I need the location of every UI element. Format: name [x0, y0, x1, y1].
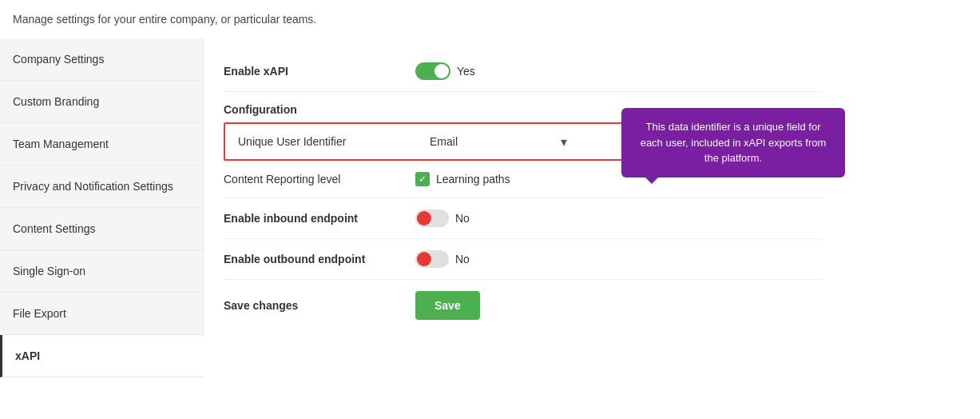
- outbound-toggle[interactable]: [415, 250, 449, 268]
- enable-inbound-row: Enable inbound endpoint No: [224, 198, 823, 239]
- settings-table: Enable xAPI Yes Configuration Uniqu: [224, 51, 823, 331]
- save-changes-label: Save changes: [224, 299, 415, 312]
- tooltip-text: This data identifier is a unique field f…: [641, 121, 827, 164]
- sidebar-item-label: Privacy and Notification Settings: [13, 180, 173, 193]
- sidebar-item-label: File Export: [13, 307, 66, 320]
- save-changes-value: Save: [415, 291, 823, 320]
- sidebar-item-label: xAPI: [15, 349, 40, 362]
- outbound-toggle-knob: [417, 252, 431, 266]
- enable-xapi-label: Enable xAPI: [224, 65, 415, 78]
- sidebar-item-label: Team Management: [13, 138, 109, 150]
- page-wrapper: Manage settings for your entire company,…: [0, 0, 980, 419]
- identifier-dropdown-value: Email: [430, 135, 557, 148]
- save-changes-row: Save changes Save: [224, 280, 823, 331]
- sidebar-item-team-management[interactable]: Team Management: [0, 123, 204, 166]
- learning-paths-container: ✓ Learning paths: [415, 172, 510, 186]
- enable-outbound-row: Enable outbound endpoint No: [224, 239, 823, 280]
- xapi-toggle[interactable]: [415, 62, 450, 80]
- enable-outbound-value: No: [415, 250, 823, 268]
- enable-inbound-value: No: [415, 210, 823, 227]
- main-layout: Company Settings Custom Branding Team Ma…: [0, 38, 980, 419]
- sidebar-item-label: Custom Branding: [13, 95, 99, 108]
- page-description: Manage settings for your entire company,…: [0, 13, 980, 38]
- inbound-toggle[interactable]: [415, 210, 449, 227]
- learning-paths-label: Learning paths: [436, 173, 510, 186]
- enable-outbound-label: Enable outbound endpoint: [224, 253, 415, 265]
- enable-inbound-label: Enable inbound endpoint: [224, 212, 415, 225]
- sidebar-item-label: Company Settings: [13, 53, 104, 66]
- sidebar-item-custom-branding[interactable]: Custom Branding: [0, 81, 204, 123]
- inbound-toggle-knob: [417, 211, 431, 225]
- content-area: Enable xAPI Yes Configuration Uniqu: [204, 38, 980, 419]
- inbound-toggle-container: No: [415, 210, 470, 227]
- unique-user-identifier-row: Unique User Identifier Email ▾ i This da…: [224, 122, 823, 161]
- tooltip-box: This data identifier is a unique field f…: [621, 108, 845, 178]
- learning-paths-checkbox[interactable]: ✓: [415, 172, 430, 186]
- enable-xapi-row: Enable xAPI Yes: [224, 51, 823, 92]
- sidebar: Company Settings Custom Branding Team Ma…: [0, 38, 204, 419]
- checkmark-icon: ✓: [419, 174, 427, 185]
- save-button[interactable]: Save: [415, 291, 480, 320]
- enable-xapi-value: Yes: [415, 62, 823, 80]
- xapi-toggle-label: Yes: [457, 65, 475, 78]
- sidebar-item-content-settings[interactable]: Content Settings: [0, 208, 204, 250]
- sidebar-item-label: Single Sign-on: [13, 265, 85, 277]
- sidebar-item-company-settings[interactable]: Company Settings: [0, 38, 204, 81]
- xapi-toggle-container: Yes: [415, 62, 475, 80]
- inbound-toggle-label: No: [455, 212, 470, 225]
- sidebar-item-label: Content Settings: [13, 222, 96, 235]
- chevron-down-icon: ▾: [561, 134, 567, 150]
- outbound-toggle-label: No: [455, 253, 470, 265]
- xapi-toggle-knob: [434, 64, 449, 78]
- content-reporting-label: Content Reporting level: [224, 173, 415, 186]
- sidebar-item-single-sign-on[interactable]: Single Sign-on: [0, 250, 204, 293]
- sidebar-item-file-export[interactable]: File Export: [0, 293, 204, 335]
- outbound-toggle-container: No: [415, 250, 470, 268]
- unique-user-identifier-label: Unique User Identifier: [238, 135, 430, 148]
- sidebar-item-privacy-notification[interactable]: Privacy and Notification Settings: [0, 166, 204, 208]
- sidebar-item-xapi[interactable]: xAPI: [0, 335, 204, 377]
